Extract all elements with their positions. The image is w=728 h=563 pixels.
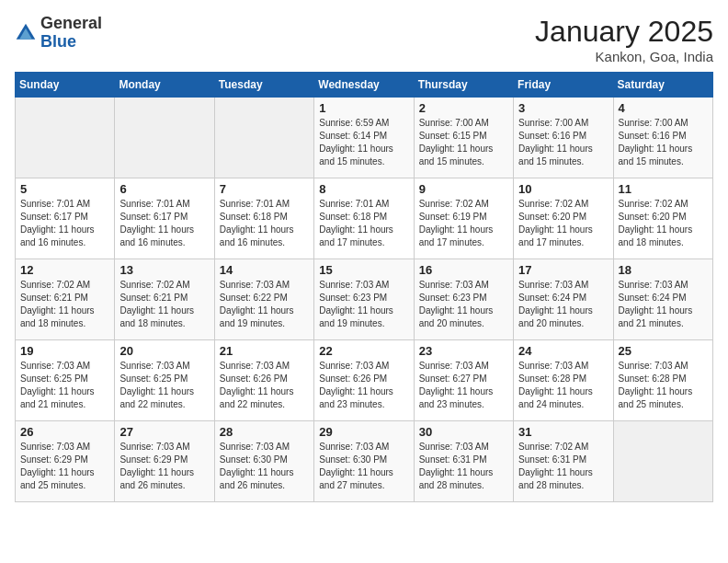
day-info: Sunrise: 7:03 AMSunset: 6:30 PMDaylight:… <box>220 441 309 492</box>
day-number: 16 <box>419 263 508 277</box>
calendar-cell: 19Sunrise: 7:03 AMSunset: 6:25 PMDayligh… <box>16 340 115 421</box>
day-header-sunday: Sunday <box>16 73 115 98</box>
day-info: Sunrise: 7:03 AMSunset: 6:22 PMDaylight:… <box>220 279 309 330</box>
calendar-week-row: 19Sunrise: 7:03 AMSunset: 6:25 PMDayligh… <box>16 340 713 421</box>
day-info: Sunrise: 7:03 AMSunset: 6:23 PMDaylight:… <box>419 279 508 330</box>
calendar-header-row: SundayMondayTuesdayWednesdayThursdayFrid… <box>16 73 713 98</box>
logo-icon <box>15 22 37 44</box>
day-number: 26 <box>20 425 109 439</box>
calendar-cell: 13Sunrise: 7:02 AMSunset: 6:21 PMDayligh… <box>115 259 214 340</box>
day-number: 6 <box>119 182 209 196</box>
calendar-cell: 31Sunrise: 7:02 AMSunset: 6:31 PMDayligh… <box>514 421 613 502</box>
calendar-week-row: 12Sunrise: 7:02 AMSunset: 6:21 PMDayligh… <box>16 259 713 340</box>
day-info: Sunrise: 7:01 AMSunset: 6:17 PMDaylight:… <box>20 198 109 249</box>
day-info: Sunrise: 7:03 AMSunset: 6:23 PMDaylight:… <box>319 279 408 330</box>
day-number: 30 <box>419 425 508 439</box>
calendar-cell: 20Sunrise: 7:03 AMSunset: 6:25 PMDayligh… <box>115 340 214 421</box>
day-number: 21 <box>220 344 309 358</box>
calendar-cell: 2Sunrise: 7:00 AMSunset: 6:15 PMDaylight… <box>414 98 513 178</box>
calendar-cell <box>613 421 712 502</box>
day-number: 18 <box>619 263 708 277</box>
calendar-cell <box>214 98 313 178</box>
day-info: Sunrise: 7:02 AMSunset: 6:19 PMDaylight:… <box>419 198 508 249</box>
day-info: Sunrise: 7:03 AMSunset: 6:28 PMDaylight:… <box>619 360 708 411</box>
day-info: Sunrise: 7:00 AMSunset: 6:16 PMDaylight:… <box>518 117 608 168</box>
day-header-wednesday: Wednesday <box>314 73 414 98</box>
calendar-cell: 5Sunrise: 7:01 AMSunset: 6:17 PMDaylight… <box>16 178 115 259</box>
calendar-cell: 6Sunrise: 7:01 AMSunset: 6:17 PMDaylight… <box>115 178 214 259</box>
day-info: Sunrise: 7:02 AMSunset: 6:31 PMDaylight:… <box>518 441 608 492</box>
day-number: 28 <box>220 425 309 439</box>
day-number: 20 <box>119 344 209 358</box>
day-info: Sunrise: 7:01 AMSunset: 6:18 PMDaylight:… <box>220 198 309 249</box>
calendar-cell: 24Sunrise: 7:03 AMSunset: 6:28 PMDayligh… <box>514 340 613 421</box>
day-number: 24 <box>518 344 608 358</box>
calendar-cell: 15Sunrise: 7:03 AMSunset: 6:23 PMDayligh… <box>314 259 414 340</box>
calendar-cell: 23Sunrise: 7:03 AMSunset: 6:27 PMDayligh… <box>414 340 513 421</box>
day-number: 3 <box>518 101 608 115</box>
calendar-cell <box>16 98 115 178</box>
calendar-cell: 12Sunrise: 7:02 AMSunset: 6:21 PMDayligh… <box>16 259 115 340</box>
day-header-monday: Monday <box>115 73 214 98</box>
day-info: Sunrise: 7:03 AMSunset: 6:29 PMDaylight:… <box>20 441 109 492</box>
calendar-cell: 21Sunrise: 7:03 AMSunset: 6:26 PMDayligh… <box>214 340 313 421</box>
day-info: Sunrise: 7:03 AMSunset: 6:25 PMDaylight:… <box>119 360 209 411</box>
day-number: 22 <box>319 344 408 358</box>
calendar-cell: 25Sunrise: 7:03 AMSunset: 6:28 PMDayligh… <box>613 340 712 421</box>
calendar-cell <box>115 98 214 178</box>
day-header-tuesday: Tuesday <box>214 73 313 98</box>
calendar-cell: 3Sunrise: 7:00 AMSunset: 6:16 PMDaylight… <box>514 98 613 178</box>
day-number: 27 <box>119 425 209 439</box>
location-subtitle: Kankon, Goa, India <box>535 49 713 64</box>
calendar-cell: 30Sunrise: 7:03 AMSunset: 6:31 PMDayligh… <box>414 421 513 502</box>
day-info: Sunrise: 7:03 AMSunset: 6:28 PMDaylight:… <box>518 360 608 411</box>
logo-general-text: General <box>40 14 102 32</box>
day-info: Sunrise: 7:02 AMSunset: 6:20 PMDaylight:… <box>518 198 608 249</box>
day-info: Sunrise: 7:02 AMSunset: 6:21 PMDaylight:… <box>119 279 209 330</box>
day-number: 2 <box>419 101 508 115</box>
logo: General Blue <box>15 15 102 52</box>
day-info: Sunrise: 6:59 AMSunset: 6:14 PMDaylight:… <box>319 117 408 168</box>
day-info: Sunrise: 7:03 AMSunset: 6:31 PMDaylight:… <box>419 441 508 492</box>
day-info: Sunrise: 7:01 AMSunset: 6:18 PMDaylight:… <box>319 198 408 249</box>
day-info: Sunrise: 7:00 AMSunset: 6:16 PMDaylight:… <box>619 117 708 168</box>
day-number: 15 <box>319 263 408 277</box>
day-number: 25 <box>619 344 708 358</box>
day-number: 10 <box>518 182 608 196</box>
calendar-week-row: 26Sunrise: 7:03 AMSunset: 6:29 PMDayligh… <box>16 421 713 502</box>
day-number: 29 <box>319 425 408 439</box>
day-number: 17 <box>518 263 608 277</box>
day-info: Sunrise: 7:03 AMSunset: 6:24 PMDaylight:… <box>619 279 708 330</box>
day-info: Sunrise: 7:03 AMSunset: 6:25 PMDaylight:… <box>20 360 109 411</box>
day-info: Sunrise: 7:03 AMSunset: 6:26 PMDaylight:… <box>220 360 309 411</box>
calendar-cell: 29Sunrise: 7:03 AMSunset: 6:30 PMDayligh… <box>314 421 414 502</box>
calendar-cell: 7Sunrise: 7:01 AMSunset: 6:18 PMDaylight… <box>214 178 313 259</box>
calendar-week-row: 1Sunrise: 6:59 AMSunset: 6:14 PMDaylight… <box>16 98 713 178</box>
day-number: 1 <box>319 101 408 115</box>
day-info: Sunrise: 7:02 AMSunset: 6:21 PMDaylight:… <box>20 279 109 330</box>
day-info: Sunrise: 7:03 AMSunset: 6:26 PMDaylight:… <box>319 360 408 411</box>
calendar-cell: 11Sunrise: 7:02 AMSunset: 6:20 PMDayligh… <box>613 178 712 259</box>
day-info: Sunrise: 7:00 AMSunset: 6:15 PMDaylight:… <box>419 117 508 168</box>
calendar-cell: 16Sunrise: 7:03 AMSunset: 6:23 PMDayligh… <box>414 259 513 340</box>
day-number: 14 <box>220 263 309 277</box>
calendar-table: SundayMondayTuesdayWednesdayThursdayFrid… <box>15 72 713 502</box>
day-number: 4 <box>619 101 708 115</box>
day-info: Sunrise: 7:03 AMSunset: 6:29 PMDaylight:… <box>119 441 209 492</box>
day-number: 9 <box>419 182 508 196</box>
month-title: January 2025 <box>535 15 713 49</box>
day-info: Sunrise: 7:02 AMSunset: 6:20 PMDaylight:… <box>619 198 708 249</box>
day-number: 31 <box>518 425 608 439</box>
calendar-cell: 27Sunrise: 7:03 AMSunset: 6:29 PMDayligh… <box>115 421 214 502</box>
day-number: 13 <box>119 263 209 277</box>
day-number: 23 <box>419 344 508 358</box>
day-number: 5 <box>20 182 109 196</box>
day-info: Sunrise: 7:03 AMSunset: 6:30 PMDaylight:… <box>319 441 408 492</box>
day-number: 12 <box>20 263 109 277</box>
calendar-cell: 14Sunrise: 7:03 AMSunset: 6:22 PMDayligh… <box>214 259 313 340</box>
day-header-friday: Friday <box>514 73 613 98</box>
day-header-saturday: Saturday <box>613 73 712 98</box>
day-number: 8 <box>319 182 408 196</box>
day-number: 11 <box>619 182 708 196</box>
calendar-cell: 9Sunrise: 7:02 AMSunset: 6:19 PMDaylight… <box>414 178 513 259</box>
